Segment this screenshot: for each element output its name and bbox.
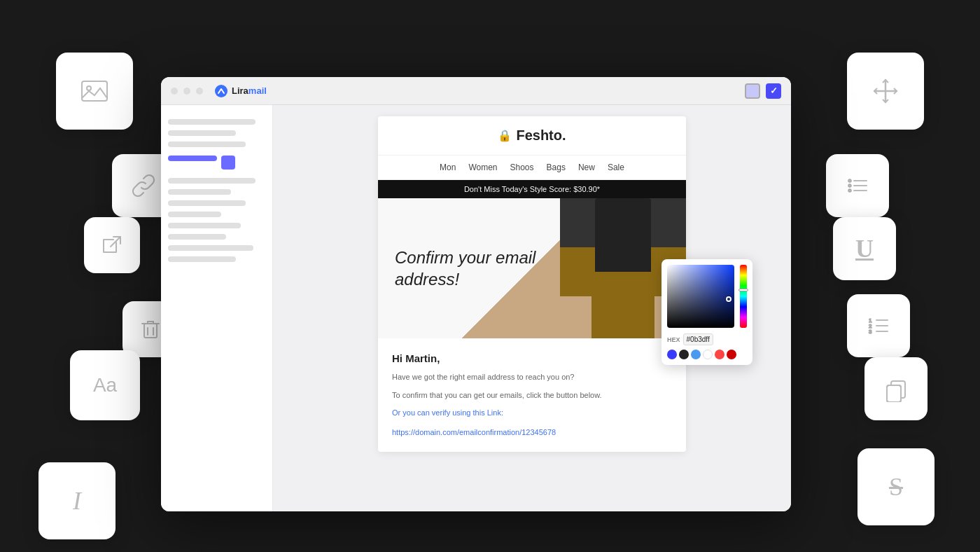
swatch-white[interactable] [703, 350, 713, 359]
aa-card: Aa [70, 350, 140, 420]
external-link-icon [99, 233, 125, 258]
scene: Aa I B U [0, 0, 980, 552]
underline-card: U [833, 217, 896, 280]
browser-dot-3 [196, 88, 203, 95]
nav-shoos[interactable]: Shoos [510, 163, 534, 172]
nav-mon[interactable]: Mon [440, 163, 456, 172]
sidebar-accent-square[interactable] [221, 156, 235, 170]
swatch-blue[interactable] [667, 350, 677, 359]
svg-point-9 [848, 189, 851, 192]
svg-rect-2 [144, 324, 157, 338]
image-icon [78, 74, 111, 108]
nav-new[interactable]: New [578, 163, 595, 172]
copy-icon [883, 375, 909, 402]
browser-titlebar: Liramail ✓ [161, 77, 791, 105]
move-icon [869, 74, 902, 108]
hex-row: HEX #0b3dff [667, 333, 747, 345]
strikethrough-icon: S [889, 472, 903, 502]
svg-rect-20 [887, 385, 901, 402]
nav-bags[interactable]: Bags [547, 163, 566, 172]
underline-icon: U [855, 234, 874, 263]
color-swatches [667, 350, 747, 359]
numlist-card: 1 2 3 [847, 294, 910, 357]
sidebar [161, 105, 273, 511]
browser-dot-1 [171, 88, 178, 95]
liramail-logo-icon [214, 84, 228, 98]
email-nav: Mon Women Shoos Bags New Sale [378, 156, 686, 180]
nav-women[interactable]: Women [468, 163, 497, 172]
swatch-red[interactable] [715, 350, 724, 359]
browser-content: 🔒 Feshto. Mon Women Shoos Bags New Sale [161, 105, 791, 511]
email-verify-label: Or you can verify using this Link: [392, 407, 672, 420]
copy-card [864, 357, 927, 420]
checkbox-checked[interactable]: ✓ [766, 83, 781, 99]
move-card [847, 53, 924, 130]
list-card [826, 154, 889, 217]
logo-lira: Lira [232, 85, 248, 96]
hex-value[interactable]: #0b3dff [683, 333, 713, 345]
email-body: Hi Martin, Have we got the right email a… [378, 338, 686, 452]
font-size-icon: Aa [93, 374, 117, 396]
trash-icon [138, 317, 163, 342]
ordered-list-icon: 1 2 3 [865, 312, 892, 339]
hue-bar[interactable] [740, 265, 747, 328]
hex-label: HEX [667, 336, 680, 343]
hue-cursor [738, 289, 748, 291]
email-hero: Confirm your email address! [378, 198, 686, 338]
gradient-row [667, 265, 747, 331]
italic-card: I [38, 462, 115, 539]
gradient-cursor [726, 296, 732, 302]
email-brand: 🔒 Feshto. [389, 127, 675, 144]
color-picker: HEX #0b3dff [662, 259, 752, 365]
link-icon [129, 171, 158, 200]
svg-rect-0 [82, 81, 107, 101]
svg-point-7 [848, 179, 851, 182]
nav-sale[interactable]: Sale [608, 163, 624, 172]
email-verify-link[interactable]: https://domain.com/emailconfirmation/123… [392, 428, 556, 436]
swatch-black[interactable] [679, 350, 689, 359]
external-link-card [84, 217, 140, 273]
email-body-line1: Have we got the right email address to r… [392, 371, 672, 384]
checkbox-unchecked[interactable] [745, 83, 760, 99]
svg-point-22 [215, 85, 227, 97]
brand-name: Feshto. [516, 127, 566, 144]
list-icon [844, 172, 871, 199]
brand-lock-icon: 🔒 [498, 129, 512, 142]
email-banner: Don't Miss Today's Style Score: $30.90* [378, 180, 686, 198]
italic-icon: I [73, 486, 81, 516]
swatch-darkred[interactable] [727, 350, 736, 359]
logo-mail: mail [248, 85, 267, 96]
browser-window: Liramail ✓ [161, 77, 791, 511]
banner-text: Don't Miss Today's Style Score: $30.90* [464, 185, 600, 193]
browser-dot-2 [183, 88, 190, 95]
svg-point-8 [848, 184, 851, 187]
svg-point-1 [87, 86, 91, 90]
hero-heading: Confirm your email address! [395, 247, 543, 290]
hero-text-area: Confirm your email address! [378, 230, 560, 307]
color-gradient-box[interactable] [667, 265, 734, 328]
svg-text:3: 3 [869, 329, 872, 335]
image-card [56, 53, 133, 130]
email-body-line2: To confirm that you can get our emails, … [392, 389, 672, 402]
editor-area: 🔒 Feshto. Mon Women Shoos Bags New Sale [273, 105, 791, 511]
logo-text: Liramail [232, 85, 267, 96]
swatch-lightblue[interactable] [691, 350, 701, 359]
email-greeting: Hi Martin, [392, 352, 672, 364]
email-header: 🔒 Feshto. [378, 116, 686, 156]
email-preview: 🔒 Feshto. Mon Women Shoos Bags New Sale [378, 116, 686, 452]
strike-card: S [858, 448, 934, 525]
